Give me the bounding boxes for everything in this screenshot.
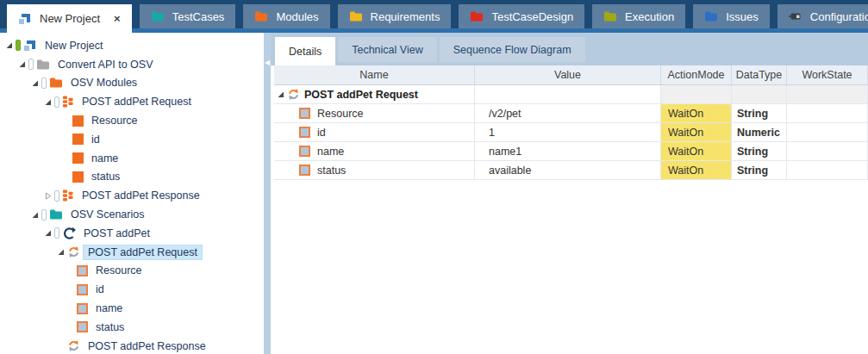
tab-execution[interactable]: Execution	[592, 4, 685, 28]
refresh-icon	[67, 245, 80, 258]
datatype-cell[interactable]: String	[732, 161, 787, 180]
expander-collapsed-icon[interactable]	[43, 190, 54, 202]
tree-item-label: POST addPet Response	[83, 338, 211, 354]
folder-icon	[151, 10, 165, 22]
actionmode-cell[interactable]: WaitOn	[661, 161, 732, 180]
table-row[interactable]: id 1 WaitOn Numeric	[274, 123, 868, 142]
tree-item-resource-2[interactable]: Resource	[0, 262, 264, 281]
expander-expanded-icon[interactable]	[56, 246, 67, 258]
field-square-icon	[299, 127, 310, 138]
column-header-name[interactable]: Name	[274, 65, 475, 85]
table-group-row[interactable]: POST addPet Request	[274, 85, 868, 104]
tree-item-status-2[interactable]: status	[0, 318, 264, 337]
column-header-actionmode[interactable]: ActionMode	[661, 65, 732, 85]
refresh-icon	[67, 339, 80, 352]
name-cell[interactable]: Resource	[274, 104, 475, 123]
close-icon[interactable]: ×	[114, 13, 121, 24]
tree-item-label: id	[91, 282, 109, 297]
value-cell[interactable]: /v2/pet	[475, 104, 661, 123]
tree-item-id-2[interactable]: id	[0, 280, 264, 299]
tree-item-name[interactable]: name	[0, 149, 264, 168]
name-cell[interactable]: name	[274, 142, 475, 161]
column-header-workstate[interactable]: WorkState	[787, 65, 868, 85]
table-row[interactable]: Resource /v2/pet WaitOn String	[274, 104, 868, 123]
app-window: New Project × TestCases Modules Requirem…	[0, 0, 868, 354]
field-square-icon	[77, 265, 88, 276]
tree-item-label: New Project	[40, 38, 108, 53]
tab-sequence-flow-diagram[interactable]: Sequence Flow Diagram	[440, 37, 585, 62]
expander-expanded-icon[interactable]	[17, 59, 28, 70]
tab-configurations[interactable]: Configurations	[777, 4, 868, 28]
datatype-cell[interactable]: Numeric	[732, 123, 787, 142]
tab-testcasedesign[interactable]: TestCaseDesign	[459, 4, 584, 28]
tree-item-post-addpet-request-2[interactable]: POST addPet Request	[0, 243, 264, 262]
value-cell[interactable]: name1	[475, 142, 661, 161]
tree-item-resource[interactable]: Resource	[0, 111, 264, 130]
workstate-cell[interactable]	[787, 104, 868, 123]
actionmode-cell[interactable]: WaitOn	[661, 142, 732, 161]
tab-modules[interactable]: Modules	[243, 4, 329, 28]
tab-requirements[interactable]: Requirements	[338, 4, 452, 28]
field-square-icon	[77, 321, 88, 332]
datatype-cell[interactable]: String	[732, 142, 787, 161]
folder-icon	[470, 10, 484, 22]
tree-item-post-addpet-response[interactable]: POST addPet Response	[0, 186, 264, 205]
column-header-datatype[interactable]: DataType	[732, 65, 787, 85]
group-actionmode-cell[interactable]	[661, 85, 732, 104]
group-workstate-cell[interactable]	[787, 85, 868, 104]
tree-item-osv-modules[interactable]: OSV Modules	[0, 74, 264, 93]
expander-expanded-icon[interactable]	[30, 78, 41, 89]
actionmode-cell[interactable]: WaitOn	[661, 123, 732, 142]
tree-item-new-project[interactable]: New Project	[0, 36, 264, 55]
workstate-cell[interactable]	[787, 142, 868, 161]
panel-splitter[interactable]: ◀	[264, 33, 271, 354]
refresh-icon	[287, 88, 300, 101]
tree-item-id[interactable]: id	[0, 130, 264, 149]
collapse-arrow-icon[interactable]: ◀	[264, 59, 271, 67]
value-cell[interactable]: 1	[475, 123, 661, 142]
expander-expanded-icon[interactable]	[43, 227, 54, 239]
datatype-cell[interactable]: String	[732, 104, 787, 123]
tree-item-label: POST addPet	[78, 226, 155, 241]
tree-item-label: OSV Scenarios	[66, 207, 149, 222]
table-row[interactable]: name name1 WaitOn String	[274, 142, 868, 161]
project-tree: New Project Convert API to OSV OSV Modul…	[0, 33, 264, 354]
group-name-cell[interactable]: POST addPet Request	[274, 85, 475, 104]
tree-item-convert-api-to-osv[interactable]: Convert API to OSV	[0, 55, 264, 74]
table-row[interactable]: status available WaitOn String	[274, 161, 868, 180]
tree-item-name-2[interactable]: name	[0, 299, 264, 318]
tree-item-osv-scenarios[interactable]: OSV Scenarios	[0, 205, 264, 224]
tab-testcases[interactable]: TestCases	[140, 4, 236, 28]
tab-label: Requirements	[371, 10, 440, 23]
workstate-cell[interactable]	[787, 123, 868, 142]
status-bar-indicator	[16, 40, 21, 51]
tree-item-post-addpet[interactable]: POST addPet	[0, 224, 264, 243]
tree-item-post-addpet-request[interactable]: POST addPet Request	[0, 92, 264, 111]
group-row-label: POST addPet Request	[300, 89, 418, 101]
tab-label: Issues	[726, 10, 759, 23]
value-cell[interactable]: available	[475, 161, 661, 180]
tab-technical-view[interactable]: Technical View	[338, 37, 436, 62]
tab-issues[interactable]: Issues	[693, 4, 770, 28]
tree-item-status[interactable]: status	[0, 168, 264, 187]
tree-item-post-addpet-response-2[interactable]: POST addPet Response	[0, 337, 264, 354]
group-datatype-cell[interactable]	[732, 85, 787, 104]
tab-details[interactable]: Details	[275, 37, 335, 65]
table-header-row: Name Value ActionMode DataType WorkState	[274, 65, 868, 85]
actionmode-cell[interactable]: WaitOn	[661, 104, 732, 123]
expander-expanded-icon[interactable]	[276, 89, 287, 100]
row-name-label: Resource	[317, 108, 364, 120]
name-cell[interactable]: id	[274, 123, 475, 142]
scenario-step-icon	[62, 227, 76, 240]
expander-expanded-icon[interactable]	[4, 40, 16, 51]
row-name-label: name	[317, 146, 344, 158]
tab-label: Execution	[625, 10, 674, 23]
tab-new-project[interactable]: New Project ×	[7, 4, 132, 33]
folder-icon	[36, 59, 50, 71]
expander-expanded-icon[interactable]	[30, 209, 41, 220]
name-cell[interactable]: status	[274, 161, 475, 180]
group-value-cell[interactable]	[475, 85, 661, 104]
column-header-value[interactable]: Value	[475, 65, 661, 85]
expander-expanded-icon[interactable]	[43, 96, 54, 108]
workstate-cell[interactable]	[787, 161, 868, 180]
